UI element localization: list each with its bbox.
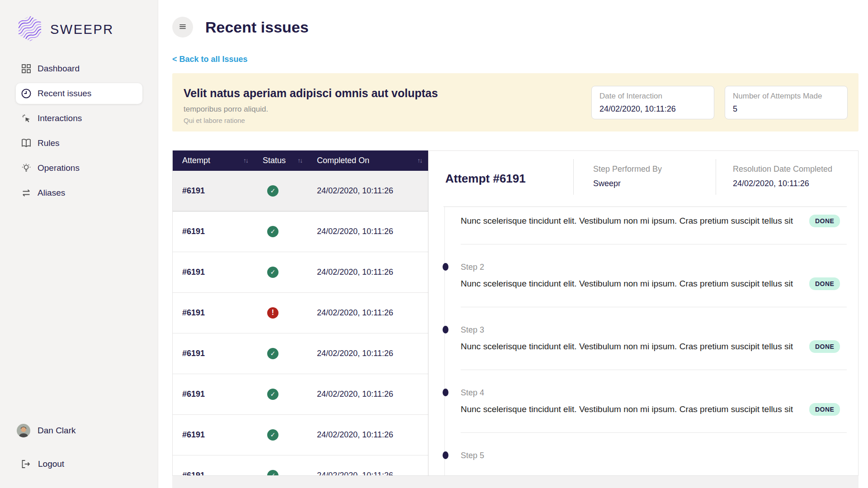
logout-icon bbox=[20, 459, 31, 469]
status-badge: DONE bbox=[809, 340, 840, 353]
step-item: Step 2 Nunc scelerisque tincidunt elit. … bbox=[461, 263, 847, 307]
bottom-strip bbox=[172, 476, 859, 488]
sort-arrows-icon[interactable] bbox=[297, 157, 302, 164]
step-text-row: Nunc scelerisque tincidunt elit. Vestibu… bbox=[461, 277, 847, 290]
step-divider bbox=[461, 307, 847, 307]
user-profile[interactable]: Dan Clark bbox=[17, 424, 158, 437]
attempt-detail-header: Attempt #6191 Step Performed By Sweepr R… bbox=[429, 151, 858, 206]
cursor-click-icon bbox=[21, 113, 32, 124]
status-cell bbox=[253, 429, 307, 441]
resolution-date-value: 24/02/2020, 10:11:26 bbox=[733, 179, 858, 188]
issue-banner: Velit natus aperiam adipisci omnis aut v… bbox=[172, 73, 859, 131]
step-label-row: Step 5 bbox=[461, 451, 847, 460]
column-header-status[interactable]: Status bbox=[253, 156, 307, 165]
column-header-completed-on[interactable]: Completed On bbox=[307, 156, 428, 165]
sidebar: SWEEPR Dashboard Recent issues bbox=[0, 0, 158, 488]
status-cell bbox=[253, 348, 307, 359]
table-row[interactable]: #6191 24/02/2020, 10:11:26 bbox=[173, 374, 428, 415]
table-row[interactable]: #6191 24/02/2020, 10:11:26 bbox=[173, 333, 428, 374]
attempt-detail-panel: Attempt #6191 Step Performed By Sweepr R… bbox=[429, 150, 859, 476]
table-row[interactable]: #6191 24/02/2020, 10:11:26 bbox=[173, 252, 428, 293]
issue-title: Velit natus aperiam adipisci omnis aut v… bbox=[184, 87, 438, 100]
card-value: 5 bbox=[733, 104, 840, 114]
completed-on: 24/02/2020, 10:11:26 bbox=[307, 267, 428, 277]
status-icon bbox=[267, 348, 278, 359]
status-icon bbox=[267, 267, 278, 278]
avatar bbox=[17, 424, 30, 437]
table-row[interactable]: #6191 24/02/2020, 10:11:26 bbox=[173, 415, 428, 455]
issue-note: Qui et labore ratione bbox=[184, 117, 245, 124]
sidebar-item-label: Interactions bbox=[38, 113, 82, 123]
attempt-id: #6191 bbox=[173, 430, 253, 440]
table-header: Attempt Status Completed On bbox=[173, 150, 428, 171]
status-icon bbox=[267, 429, 278, 441]
content-row: Attempt Status Completed On bbox=[172, 150, 859, 476]
page-header: Recent issues bbox=[172, 17, 859, 38]
step-description: Nunc scelerisque tincidunt elit. Vestibu… bbox=[461, 216, 793, 226]
status-badge: DONE bbox=[809, 215, 840, 227]
status-cell bbox=[253, 307, 307, 319]
performed-by-section: Step Performed By Sweepr bbox=[573, 159, 716, 195]
status-cell bbox=[253, 389, 307, 400]
column-header-attempt[interactable]: Attempt bbox=[173, 156, 253, 165]
column-label: Status bbox=[263, 156, 286, 165]
performed-by-label: Step Performed By bbox=[593, 164, 716, 174]
table-row[interactable]: #6191 24/02/2020, 10:11:26 bbox=[173, 171, 428, 211]
step-text-row: Nunc scelerisque tincidunt elit. Vestibu… bbox=[461, 340, 847, 353]
step-label: Step 5 bbox=[461, 451, 484, 460]
lightbulb-icon bbox=[21, 163, 32, 174]
table-row[interactable]: #6191 24/02/2020, 10:11:26 bbox=[173, 455, 428, 476]
attempt-id: #6191 bbox=[173, 227, 253, 236]
step-label-row: Step 3 bbox=[461, 325, 847, 335]
sidebar-item-label: Rules bbox=[38, 138, 60, 148]
sidebar-item-label: Recent issues bbox=[38, 89, 91, 99]
step-divider bbox=[461, 370, 847, 370]
status-cell bbox=[253, 470, 307, 476]
sidebar-item-operations[interactable]: Operations bbox=[16, 158, 142, 178]
sidebar-item-aliases[interactable]: Aliases bbox=[16, 183, 142, 203]
card-label: Date of Interaction bbox=[599, 92, 706, 101]
completed-on: 24/02/2020, 10:11:26 bbox=[307, 389, 428, 399]
sidebar-item-label: Operations bbox=[38, 163, 80, 173]
status-badge: DONE bbox=[809, 277, 840, 290]
attempt-id: #6191 bbox=[173, 308, 253, 318]
status-icon bbox=[267, 185, 278, 197]
brand-logo: SWEEPR bbox=[17, 15, 158, 43]
status-icon bbox=[267, 307, 278, 319]
status-icon bbox=[267, 226, 278, 237]
sidebar-item-dashboard[interactable]: Dashboard bbox=[16, 58, 142, 79]
attempt-id: #6191 bbox=[173, 186, 253, 196]
step-text-row: Nunc scelerisque tincidunt elit. Vestibu… bbox=[461, 403, 847, 416]
completed-on: 24/02/2020, 10:11:26 bbox=[307, 308, 428, 318]
step-label: Step 3 bbox=[461, 325, 484, 334]
menu-button[interactable] bbox=[172, 17, 193, 38]
card-label: Number of Attempts Made bbox=[733, 92, 840, 101]
status-cell bbox=[253, 267, 307, 278]
step-description: Nunc scelerisque tincidunt elit. Vestibu… bbox=[461, 342, 793, 352]
step-divider bbox=[461, 432, 847, 433]
step-text-row: Nunc scelerisque tincidunt elit. Vestibu… bbox=[461, 215, 847, 227]
book-icon bbox=[21, 138, 32, 149]
sidebar-nav: Dashboard Recent issues Interactions bbox=[0, 54, 158, 207]
back-link[interactable]: < Back to all Issues bbox=[172, 55, 248, 64]
attempt-id: #6191 bbox=[173, 389, 253, 399]
sidebar-item-label: Dashboard bbox=[38, 64, 80, 74]
sidebar-item-recent-issues[interactable]: Recent issues bbox=[16, 83, 142, 104]
table-row[interactable]: #6191 24/02/2020, 10:11:26 bbox=[173, 211, 428, 252]
sort-arrows-icon[interactable] bbox=[243, 157, 248, 164]
step-item: Step 4 Nunc scelerisque tincidunt elit. … bbox=[461, 388, 847, 433]
table-row[interactable]: #6191 24/02/2020, 10:11:26 bbox=[173, 293, 428, 333]
steps-timeline: Nunc scelerisque tincidunt elit. Vestibu… bbox=[461, 207, 847, 476]
main-content: Recent issues < Back to all Issues Velit… bbox=[158, 0, 868, 488]
brand-name: SWEEPR bbox=[50, 22, 114, 37]
logout-label: Logout bbox=[38, 459, 64, 469]
logout-button[interactable]: Logout bbox=[17, 457, 158, 471]
step-label: Step 2 bbox=[461, 263, 484, 272]
user-name: Dan Clark bbox=[38, 426, 75, 436]
dashboard-grid-icon bbox=[21, 63, 32, 74]
status-cell bbox=[253, 226, 307, 237]
sort-arrows-icon[interactable] bbox=[417, 157, 422, 164]
sidebar-item-rules[interactable]: Rules bbox=[16, 133, 142, 154]
timeline-dot-icon bbox=[443, 263, 448, 271]
sidebar-item-interactions[interactable]: Interactions bbox=[16, 108, 142, 129]
